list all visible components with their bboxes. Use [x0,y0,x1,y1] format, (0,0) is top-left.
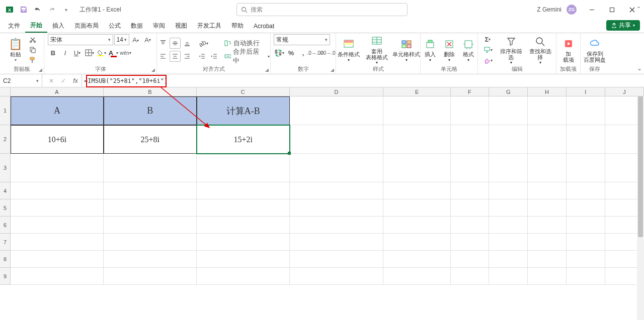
cell-C8[interactable] [197,251,290,268]
row-header-3[interactable]: 3 [0,154,11,182]
cell-A8[interactable] [11,251,104,268]
cell-C6[interactable] [197,217,290,234]
cell-C9[interactable] [197,268,290,285]
borders-button[interactable]: ▾ [84,47,95,58]
cell-G8[interactable] [489,251,528,268]
enter-formula-button[interactable]: ✓ [57,77,69,84]
cell-B3[interactable] [104,154,197,182]
delete-cells-button[interactable]: 删除▾ [441,35,458,65]
cell-D3[interactable] [290,154,384,182]
cell-E8[interactable] [383,251,450,268]
align-left-button[interactable] [157,51,169,62]
cell-D2[interactable] [290,125,384,154]
cell-I7[interactable] [567,234,605,251]
cell-I2[interactable] [567,125,605,154]
cancel-formula-button[interactable]: ✕ [45,77,57,84]
user-name[interactable]: Z Gemini [537,6,561,13]
row-header-6[interactable]: 6 [0,217,11,234]
cell-F3[interactable] [451,154,489,182]
scrollbar-thumb[interactable] [638,96,643,237]
expand-formula-bar-button[interactable]: ⌄ [636,3,641,10]
decrease-font-button[interactable]: A▾ [142,34,153,45]
cell-D5[interactable] [290,199,384,217]
cell-C2[interactable]: 15+2i [197,125,290,154]
font-size-combo[interactable]: 14▾ [114,34,129,45]
cell-H8[interactable] [528,251,566,268]
cell-C3[interactable] [197,154,290,182]
tab-data[interactable]: 数据 [126,19,148,33]
user-avatar[interactable]: ZG [567,5,577,15]
cell-D7[interactable] [290,234,384,251]
tab-page-layout[interactable]: 页面布局 [69,19,104,33]
cell-B5[interactable] [104,199,197,217]
decrease-decimal-button[interactable]: .00→.0 [322,47,333,58]
cell-G3[interactable] [489,154,528,182]
cell-H4[interactable] [528,182,566,199]
row-header-8[interactable]: 8 [0,251,11,268]
format-painter-button[interactable] [27,55,38,64]
cell-G7[interactable] [489,234,528,251]
cell-B8[interactable] [104,251,197,268]
conditional-format-button[interactable]: 条件格式▾ [336,35,361,65]
align-bottom-button[interactable] [182,38,193,49]
collapse-ribbon-button[interactable]: ⌄ [637,65,642,72]
cell-H5[interactable] [528,199,566,217]
vertical-scrollbar[interactable] [637,96,644,320]
cell-E7[interactable] [383,234,450,251]
cell-C1[interactable]: 计算A-B [197,96,290,125]
increase-font-button[interactable]: A▴ [130,34,141,45]
cell-C5[interactable] [197,199,290,217]
cell-F2[interactable] [451,125,489,154]
column-header-B[interactable]: B [104,87,197,96]
save-baidu-button[interactable]: 保存到 百度网盘 [583,35,607,65]
cell-A6[interactable] [11,217,104,234]
addins-button[interactable]: 加 载项 [559,35,578,65]
number-launcher[interactable]: ◢ [331,67,334,72]
align-middle-button[interactable] [170,38,181,49]
phonetic-button[interactable]: wén▾ [120,47,131,58]
column-header-G[interactable]: G [489,87,528,96]
cell-I9[interactable] [567,268,605,285]
cell-I5[interactable] [567,199,605,217]
cell-G4[interactable] [489,182,528,199]
tab-formulas[interactable]: 公式 [104,19,126,33]
cell-I1[interactable] [567,96,605,125]
cell-G6[interactable] [489,217,528,234]
cell-A3[interactable] [11,154,104,182]
row-header-7[interactable]: 7 [0,234,11,251]
cell-G9[interactable] [489,268,528,285]
formula-input[interactable]: =IMSUB("25+8i","10+6i") [82,74,644,87]
qat-customize-icon[interactable]: ▾ [60,4,71,15]
percent-button[interactable]: % [286,47,297,58]
select-all-corner[interactable] [0,87,11,96]
tab-home[interactable]: 开始 [25,19,47,33]
cell-B2[interactable]: 25+8i [104,125,197,154]
fx-icon[interactable]: fx [69,77,82,84]
column-header-C[interactable]: C [197,87,290,96]
align-right-button[interactable] [182,51,193,62]
column-header-J[interactable]: J [605,87,644,96]
merge-center-button[interactable]: 合并后居中▾ [224,51,270,62]
cell-G1[interactable] [489,96,528,125]
cell-D9[interactable] [290,268,384,285]
cell-I4[interactable] [567,182,605,199]
undo-button[interactable] [32,4,43,15]
cell-G2[interactable] [489,125,528,154]
cell-F7[interactable] [451,234,489,251]
font-launcher[interactable]: ◢ [151,67,155,72]
cell-I3[interactable] [567,154,605,182]
insert-cells-button[interactable]: 插入▾ [422,35,439,65]
tab-help[interactable]: 帮助 [226,19,249,33]
row-header-2[interactable]: 2 [0,125,11,154]
increase-indent-button[interactable] [209,51,220,62]
tab-insert[interactable]: 插入 [47,19,69,33]
column-header-H[interactable]: H [528,87,566,96]
cell-D4[interactable] [290,182,384,199]
row-header-9[interactable]: 9 [0,268,11,285]
cell-F4[interactable] [451,182,489,199]
underline-button[interactable]: U▾ [72,47,83,58]
name-box[interactable]: C2 ▾ [0,74,42,87]
cell-B1[interactable]: B [104,96,197,125]
cell-B6[interactable] [104,217,197,234]
column-header-F[interactable]: F [451,87,489,96]
